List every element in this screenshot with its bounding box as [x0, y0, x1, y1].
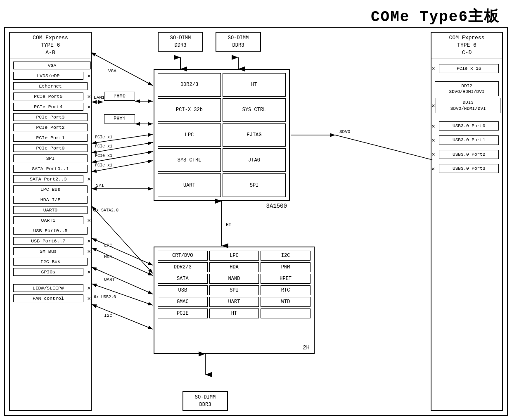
svg-line-23	[92, 267, 153, 294]
sodimm-top-left: SO-DIMM DDR3	[158, 32, 203, 52]
port-ethernet: Ethernet	[13, 82, 88, 90]
svg-line-21	[92, 238, 153, 265]
block-2h-nand: NAND	[209, 274, 259, 284]
uart1-x-mark: ✕	[88, 217, 91, 224]
block-2h-hda: HDA	[209, 262, 259, 272]
svg-line-8	[91, 52, 153, 85]
page-title: COMe Type6主板	[4, 4, 508, 26]
port-uart0: UART0	[13, 206, 88, 214]
port-ddi2: DDI2SDVO/HDMI/DVI	[435, 81, 499, 97]
port-pcie1: PCIe Port1	[13, 134, 88, 142]
page: COMe Type6主板 COM Express TYPE 6 A-B VGA …	[0, 0, 512, 420]
ht-conn-label: HT	[226, 222, 232, 227]
vga-label: VGA	[108, 69, 116, 74]
pcie5-x-mark: ✕	[88, 93, 91, 100]
port-i2c: I2C Bus	[13, 258, 88, 266]
port-pcie2: PCIe Port2	[13, 123, 88, 131]
usb67-x-mark: ✕	[88, 237, 91, 244]
port-gpios: GPIOs	[13, 268, 83, 276]
port-pcie5: PCIe Port5	[13, 93, 83, 100]
lvds-x-mark: ✕	[88, 72, 91, 79]
pcie-x1-2: PCIe x1	[95, 144, 112, 149]
block-2h-hpet: HPET	[261, 274, 311, 284]
pcie-x1-1: PCIe x1	[95, 154, 112, 158]
block-2h-pwm: PWM	[261, 262, 311, 272]
port-lvds: LVDS/eDP	[13, 72, 83, 80]
port-ddi3: DDI3SDVO/HDMI/DVI	[436, 98, 500, 113]
port-spi: SPI	[13, 154, 88, 162]
port-usb30-0: USB3.0 Port0	[439, 121, 499, 131]
block-2h-gmac: GMAC	[158, 297, 208, 307]
block-jtag: JTAG	[223, 148, 286, 172]
hda-label: HDA	[104, 254, 112, 259]
svg-line-28	[335, 135, 432, 160]
block-2h-ht: HT	[209, 308, 259, 318]
svg-line-15	[92, 142, 153, 153]
port-usb30-2: USB3.0 Port2	[439, 150, 499, 159]
sata-label: 2x SATA2.0	[94, 208, 119, 213]
block-pcix: PCI-X 32b	[158, 98, 221, 122]
port-sata23: SATA Port2..3	[13, 175, 83, 183]
spi-conn-label: SPI	[96, 183, 104, 188]
i2c-label: I2C	[104, 313, 112, 318]
chip-3a1500-inner: DDR2/3 HT PCI-X 32b SYS CTRL LPC EJTAG S…	[154, 70, 289, 200]
port-pcie0: PCIe Port0	[13, 144, 88, 152]
svg-line-24	[92, 284, 153, 305]
svg-line-22	[92, 248, 153, 275]
chip-2h-inner: CRT/DVO LPC I2C DDR2/3 HDA PWM SATA NAND…	[154, 247, 314, 322]
block-2h-i2c: I2C	[261, 251, 311, 261]
pcie16-x-mark: ✕	[431, 65, 435, 72]
block-lpc: LPC	[158, 123, 221, 147]
port-pcie16: PCIe x 16	[439, 64, 499, 73]
sodimm-top-right: SO-DIMM DDR3	[216, 32, 261, 52]
chip-2h: CRT/DVO LPC I2C DDR2/3 HDA PWM SATA NAND…	[154, 247, 315, 354]
lan1-label: LAN1	[94, 95, 105, 100]
right-panel: COM Express TYPE 6 C-D ✕ PCIe x 16 DDI2S…	[431, 32, 503, 411]
port-smbus: SM Bus	[13, 247, 83, 255]
block-spi: SPI	[223, 173, 286, 197]
block-ejtag: EJTAG	[223, 123, 286, 147]
lpc-label: LPC	[104, 243, 112, 248]
block-ht: HT	[223, 73, 286, 97]
port-ddi2-container: DDI2SDVO/HDMI/DVI	[435, 81, 499, 97]
block-2h-empty	[261, 308, 311, 318]
port-pcie3: PCIe Port3	[13, 113, 88, 121]
block-ddr23: DDR2/3	[158, 73, 221, 97]
block-2h-rtc: RTC	[261, 285, 311, 295]
svg-line-17	[92, 161, 153, 172]
left-panel-title: COM Express TYPE 6 A-B	[10, 33, 91, 59]
block-2h-lpc: LPC	[209, 251, 259, 261]
lidsleep-x-mark: ✕	[88, 285, 91, 292]
phy1-box: PHY1	[104, 114, 135, 123]
port-uart1: UART1	[13, 216, 83, 224]
usb30p2-x-mark: ✕	[431, 151, 435, 158]
block-sysctrl2: SYS CTRL	[158, 148, 221, 172]
block-crtdvo: CRT/DVO	[158, 251, 208, 261]
port-usb30-3: USB3.0 Port3	[439, 164, 499, 173]
gpios-x-mark: ✕	[88, 268, 91, 275]
block-2h-uart: UART	[209, 297, 259, 307]
block-2h-spi: SPI	[209, 285, 259, 295]
svg-line-19	[92, 206, 153, 273]
port-lidsleep: LID#/SLEEP#	[13, 284, 83, 292]
port-pcie4: PCIe Port4	[13, 103, 83, 111]
sodimm-bottom: SO-DIMM DDR3	[183, 391, 228, 411]
svg-line-14	[92, 134, 153, 143]
diagram-area: COM Express TYPE 6 A-B VGA LVDS/eDP ✕ Et…	[4, 27, 508, 416]
ddi3-x-mark: ✕	[431, 102, 435, 109]
sdvo-label: SDVO	[339, 129, 351, 134]
block-2h-pcie: PCIE	[158, 308, 208, 318]
usb30p1-x-mark: ✕	[431, 137, 435, 144]
block-2h-ddr23: DDR2/3	[158, 262, 208, 272]
sata23-x-mark: ✕	[88, 176, 91, 183]
svg-line-16	[92, 152, 153, 162]
port-sata01: SATA Port0..1	[13, 165, 88, 173]
usb-label: 6x USB2.0	[94, 295, 116, 299]
usb30p0-x-mark: ✕	[431, 123, 435, 130]
block-2h-wtd: WTD	[261, 297, 311, 307]
port-vga: VGA	[13, 62, 91, 69]
port-usb30-1: USB3.0 Port1	[439, 135, 499, 145]
port-usb67: USB Port6..7	[13, 237, 83, 245]
pcie4-x-mark: ✕	[88, 103, 91, 110]
pcie-x1-0: PCIe x1	[95, 163, 112, 168]
